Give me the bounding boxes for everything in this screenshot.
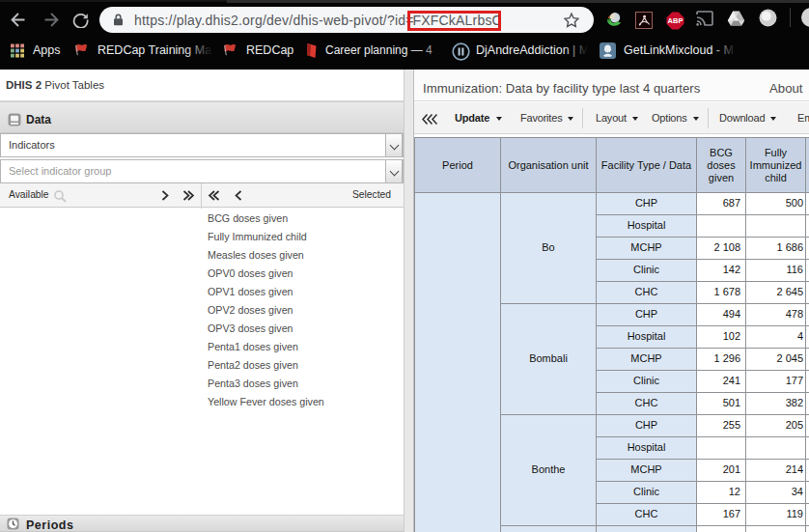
svg-text:ABP: ABP bbox=[668, 16, 683, 25]
